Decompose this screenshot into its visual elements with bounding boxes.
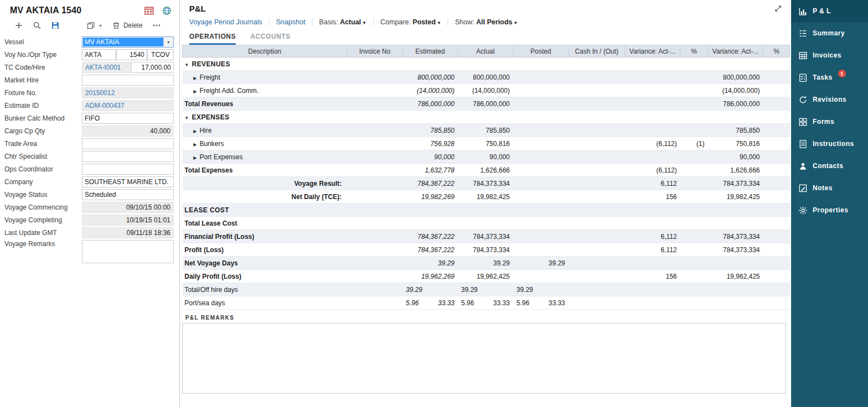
- link-20150012[interactable]: 20150012: [82, 87, 174, 98]
- cell-cash: [569, 296, 625, 310]
- cell-est: 784,367,222: [403, 243, 458, 257]
- field-chtr-specialist[interactable]: [82, 151, 174, 162]
- field-company[interactable]: [82, 176, 174, 187]
- cell-est: [403, 217, 458, 230]
- toolbar-dropdown-basis[interactable]: Basis: Actual▼: [313, 18, 374, 26]
- cell-invoice: [347, 150, 403, 164]
- tab-operations[interactable]: OPERATIONS: [189, 33, 236, 45]
- header-icons: [144, 6, 171, 15]
- sidebar-item-contacts[interactable]: Contacts: [791, 155, 868, 177]
- collapse-panel-icon[interactable]: [774, 4, 782, 13]
- sidebar-item-revisions[interactable]: Revisions: [791, 88, 868, 111]
- cell-pair: 39.29: [461, 286, 510, 294]
- field-market-hire[interactable]: [82, 75, 174, 86]
- pnl-remarks-input[interactable]: [182, 323, 786, 394]
- collapse-arrow-icon[interactable]: ▼: [185, 62, 189, 67]
- sidebar-item-instructions[interactable]: Instructions: [791, 133, 868, 155]
- sidebar-item-invoices[interactable]: Invoices: [791, 44, 868, 66]
- sidebar-item-notes[interactable]: Notes: [791, 177, 868, 199]
- dropdown-value: Posted: [413, 18, 436, 26]
- link-adm-000437[interactable]: ADM-000437: [82, 100, 174, 111]
- column-header-estimated[interactable]: Estimated: [403, 45, 458, 58]
- cell-act: 785,850: [458, 124, 513, 137]
- cell-var2: [708, 204, 763, 217]
- cell-var2: 90,000: [708, 150, 763, 164]
- form-row-fixture-no: Fixture No.20150012: [4, 87, 174, 98]
- cell-var2: 750,816: [708, 137, 763, 150]
- cell-var2: [708, 283, 763, 296]
- row-label: Hire: [200, 127, 212, 134]
- field-label-tc-code-hire: TC Code/Hire: [4, 64, 82, 71]
- globe-icon[interactable]: [162, 6, 171, 15]
- collapse-arrow-icon[interactable]: ▼: [185, 116, 189, 121]
- cell-var1: [625, 296, 680, 310]
- expand-arrow-icon[interactable]: ▶: [194, 76, 197, 81]
- column-header-cash-in-out[interactable]: Cash In / (Out): [569, 45, 625, 58]
- delete-button[interactable]: Delete: [112, 21, 143, 30]
- toolbar-dropdown-show[interactable]: Show: All Periods▼: [448, 18, 524, 26]
- field-voyage-remarks[interactable]: [82, 240, 174, 263]
- form-row-trade-area: Trade Area: [4, 138, 174, 149]
- sidebar-item-p-l[interactable]: P & L: [791, 0, 868, 22]
- link-akta-i0001[interactable]: AKTA-I0001: [82, 62, 131, 73]
- expand-arrow-icon[interactable]: ▶: [194, 142, 197, 147]
- column-header-variance-act[interactable]: Variance: Act-...: [708, 45, 763, 58]
- sidebar-item-properties[interactable]: Properties: [791, 199, 868, 221]
- search-button[interactable]: [33, 21, 41, 30]
- cell-est: 800,000,000: [403, 71, 458, 84]
- cell-cash: [569, 283, 625, 296]
- row-label: REVENUES: [192, 60, 230, 68]
- field-control: 10/19/15 01:01: [82, 215, 174, 226]
- column-header-posted[interactable]: Posted: [513, 45, 569, 58]
- form-row-voyage-commencing: Voyage Commencing09/10/15 00:00: [4, 202, 174, 213]
- cell-var1: 156: [625, 190, 680, 204]
- cell-var1: [625, 84, 680, 97]
- vessel-select[interactable]: MV AKTAIA▼: [82, 36, 174, 48]
- dropdown-arrow-icon[interactable]: ▼: [163, 37, 173, 47]
- form-row-tc-code-hire: TC Code/HireAKTA-I0001: [4, 62, 174, 73]
- field-voy-no-opr-type-3[interactable]: [147, 49, 174, 60]
- sidebar-item-tasks[interactable]: Tasks1: [791, 66, 868, 88]
- cell-cash: [569, 217, 625, 230]
- field-voyage-completing: 10/19/15 01:01: [82, 215, 174, 226]
- expand-arrow-icon[interactable]: ▶: [194, 129, 197, 134]
- row-label: Total/Off hire days: [185, 286, 238, 294]
- add-button[interactable]: [14, 21, 23, 30]
- toolbar-dropdown-compare[interactable]: Compare: Posted▼: [374, 18, 449, 26]
- cell-pct2: [763, 204, 790, 217]
- field-voy-no-opr-type-1[interactable]: [82, 49, 116, 60]
- more-button[interactable]: [152, 21, 161, 30]
- field-trade-area[interactable]: [82, 138, 174, 149]
- copy-menu-button[interactable]: ▼: [86, 21, 102, 30]
- tab-accounts[interactable]: ACCOUNTS: [250, 33, 290, 45]
- properties-icon: [798, 206, 808, 215]
- save-button[interactable]: [51, 21, 60, 30]
- pnl-tabs: OPERATIONSACCOUNTS: [180, 33, 791, 45]
- field-voyage-status[interactable]: [82, 189, 174, 200]
- column-header-actual[interactable]: Actual: [458, 45, 513, 58]
- column-header-pct-9[interactable]: %: [763, 45, 790, 58]
- field-tc-code-hire-value[interactable]: [131, 62, 174, 73]
- field-bunker-calc-method[interactable]: [82, 113, 174, 124]
- field-voy-no-opr-type-2[interactable]: [116, 49, 147, 60]
- cell-var2: 784,373,334: [708, 243, 763, 257]
- field-ops-coordinator[interactable]: [82, 164, 174, 175]
- column-header-variance-act[interactable]: Variance: Act-...: [625, 45, 680, 58]
- expand-arrow-icon[interactable]: ▶: [194, 89, 197, 94]
- cell-pct1: [680, 257, 708, 270]
- sidebar-item-forms[interactable]: Forms: [791, 111, 868, 133]
- column-header-pct-7[interactable]: %: [680, 45, 708, 58]
- column-header-invoice-no[interactable]: Invoice No: [347, 45, 403, 58]
- table-row-port-expenses: ▶Port Expenses90,00090,00090,000: [183, 150, 790, 164]
- spreadsheet-icon[interactable]: [144, 7, 154, 15]
- sidebar-item-summary[interactable]: Summary: [791, 22, 868, 44]
- pair-value: 5.96: [406, 299, 419, 307]
- cell-cash: [569, 97, 625, 111]
- column-header-description[interactable]: Description: [183, 45, 347, 58]
- expand-arrow-icon[interactable]: ▶: [194, 155, 197, 160]
- table-row-voyage-result: Voyage Result:784,367,222784,373,3346,11…: [183, 177, 790, 190]
- toolbar-voyage-period-journals[interactable]: Voyage Period Journals: [189, 18, 269, 26]
- toolbar-snapshot[interactable]: Snapshot: [269, 18, 313, 26]
- table-row-port-sea-days: Port/sea days5.9633.335.9633.335.9633.33: [183, 296, 790, 310]
- cell-posted: [513, 124, 569, 137]
